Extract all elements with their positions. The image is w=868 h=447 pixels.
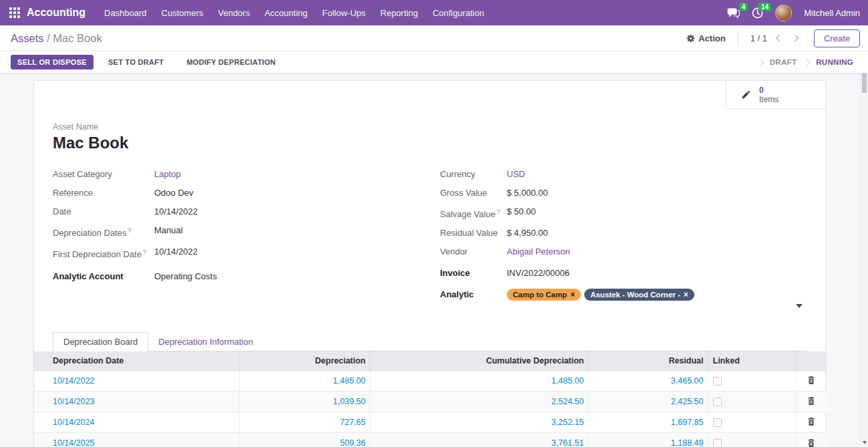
statusbar-arrow-icon [802, 58, 811, 67]
menu-dashboard[interactable]: Dashboard [104, 8, 147, 18]
field-vendor: Vendor Abigail Peterson [440, 246, 807, 258]
action-label: Action [698, 33, 725, 43]
menu-follow-ups[interactable]: Follow-Ups [322, 8, 366, 18]
activities-clock-icon[interactable]: 14 [752, 7, 763, 19]
date-label: Date [53, 206, 154, 218]
reference-value: Odoo Dev [154, 187, 194, 199]
analytic-label: Analytic [440, 289, 507, 301]
vertical-scrollbar[interactable] [860, 51, 868, 447]
modify-depreciation-button[interactable]: MODIFY DEPRECIATION [178, 55, 284, 69]
linked-checkbox[interactable] [713, 398, 722, 406]
col-depreciation-date[interactable]: Depreciation Date [34, 351, 239, 370]
vendor-label: Vendor [440, 246, 507, 258]
tag-label: Asustek - Wood Corner - [590, 290, 680, 299]
menu-accounting[interactable]: Accounting [264, 8, 307, 18]
residual-value-value: $ 4,950.00 [507, 227, 548, 239]
messages-icon[interactable]: 4 [727, 7, 740, 19]
delete-row-button[interactable] [806, 416, 817, 428]
topbar-right: 4 14 Mitchell Admin [727, 5, 860, 21]
form-statusbar-row: SELL OR DISPOSE SET TO DRAFT MODIFY DEPR… [0, 51, 868, 73]
invoice-value: INV/2022/00006 [507, 267, 570, 279]
apps-grid-icon[interactable] [9, 7, 20, 18]
table-row[interactable]: 10/14/2024 727.65 3,252.15 1,697.85 [34, 412, 827, 432]
col-residual[interactable]: Residual [588, 351, 708, 370]
tab-depreciation-information[interactable]: Depreciation Information [148, 333, 263, 351]
status-draft[interactable]: DRAFT [770, 58, 797, 66]
menu-configuration[interactable]: Configuration [433, 8, 484, 18]
analytic-tag[interactable]: Camp to Camp× [507, 289, 581, 301]
field-depreciation-dates: Depreciation Dates? Manual [53, 225, 440, 239]
invoice-label: Invoice [440, 267, 507, 279]
top-navbar: Accounting Dashboard Customers Vendors A… [0, 0, 868, 25]
tag-remove-icon[interactable]: × [684, 290, 688, 299]
right-field-group: Currency USD Gross Value $ 5,000.00 Salv… [440, 168, 807, 307]
table-row[interactable]: 10/14/2023 1,039.50 2,524.50 2,425.50 [34, 391, 827, 412]
currency-value[interactable]: USD [507, 168, 525, 180]
status-running[interactable]: RUNNING [816, 58, 853, 66]
cell-depreciation: 509.36 [239, 432, 370, 447]
asset-form-sheet: 0 Items Asset Name Mac Book Asset Catego… [33, 80, 826, 447]
cell-date: 10/14/2024 [34, 412, 239, 432]
breadcrumb: Assets / Mac Book [11, 32, 102, 45]
table-row[interactable]: 10/14/2025 509.36 3,761.51 1,188.49 [34, 432, 827, 447]
sell-or-dispose-button[interactable]: SELL OR DISPOSE [11, 55, 93, 69]
control-panel: Assets / Mac Book Action [0, 25, 868, 51]
gear-icon [686, 34, 695, 43]
tab-depreciation-board[interactable]: Depreciation Board [53, 332, 148, 351]
pager-next-icon[interactable] [791, 34, 799, 41]
app-title[interactable]: Accounting [27, 7, 85, 19]
user-avatar[interactable] [775, 5, 792, 21]
asset-category-value[interactable]: Laptop [154, 168, 181, 180]
menu-reporting[interactable]: Reporting [381, 8, 418, 18]
dropdown-caret-icon[interactable] [796, 304, 803, 308]
analytic-tags: Camp to Camp× Asustek - Wood Corner -× [507, 289, 694, 301]
cell-date: 10/14/2025 [34, 432, 239, 447]
linked-checkbox[interactable] [713, 418, 722, 427]
tag-remove-icon[interactable]: × [570, 290, 575, 299]
asset-category-label: Asset Category [53, 168, 154, 180]
left-field-group: Asset Category Laptop Reference Odoo Dev… [53, 168, 440, 307]
vendor-value[interactable]: Abigail Peterson [507, 246, 570, 258]
field-asset-category: Asset Category Laptop [53, 168, 440, 180]
create-button[interactable]: Create [814, 29, 860, 47]
cell-cumulative: 2,524.50 [370, 391, 588, 412]
delete-row-button[interactable] [806, 374, 817, 386]
col-depreciation[interactable]: Depreciation [239, 351, 370, 370]
date-value: 10/14/2022 [154, 206, 198, 218]
analytic-tag[interactable]: Asustek - Wood Corner -× [584, 289, 694, 301]
gross-value-label: Gross Value [440, 187, 507, 199]
user-name[interactable]: Mitchell Admin [804, 8, 860, 18]
trash-icon [807, 417, 815, 426]
cell-residual: 3,465.00 [588, 370, 708, 391]
col-cumulative-depreciation[interactable]: Cumulative Depreciation [370, 351, 588, 370]
field-currency: Currency USD [440, 168, 807, 180]
linked-checkbox[interactable] [713, 377, 722, 386]
scroll-down-icon[interactable] [863, 441, 867, 444]
field-salvage-value: Salvage Value? $ 50.00 [440, 206, 807, 220]
action-menu-button[interactable]: Action [686, 33, 725, 43]
field-residual-value: Residual Value $ 4,950.00 [440, 227, 807, 239]
control-panel-right: Action 1 / 1 Create [686, 29, 860, 47]
delete-row-button[interactable] [806, 395, 817, 407]
gross-value-value: $ 5,000.00 [507, 187, 548, 199]
col-linked[interactable]: Linked [708, 351, 795, 370]
field-grid: Asset Category Laptop Reference Odoo Dev… [53, 168, 807, 307]
analytic-account-label: Analytic Account [53, 271, 154, 283]
analytic-account-value: Operating Costs [154, 271, 217, 283]
linked-checkbox[interactable] [713, 439, 722, 447]
col-actions [795, 351, 827, 370]
pager-previous-icon[interactable] [775, 34, 783, 41]
table-header-row: Depreciation Date Depreciation Cumulativ… [34, 351, 827, 370]
breadcrumb-current: Mac Book [53, 32, 101, 44]
breadcrumb-assets-link[interactable]: Assets [11, 32, 44, 44]
odoo-accounting-screen: Accounting Dashboard Customers Vendors A… [0, 0, 868, 447]
statusbar: DRAFT RUNNING [750, 51, 868, 73]
delete-row-button[interactable] [806, 437, 817, 447]
menu-customers[interactable]: Customers [162, 8, 204, 18]
menu-vendors[interactable]: Vendors [218, 8, 250, 18]
trash-icon [807, 438, 815, 447]
reference-label: Reference [53, 187, 154, 199]
help-icon: ? [143, 249, 146, 255]
set-to-draft-button[interactable]: SET TO DRAFT [100, 55, 172, 69]
table-row[interactable]: 10/14/2022 1,485.00 1,485.00 3,465.00 [34, 370, 827, 391]
